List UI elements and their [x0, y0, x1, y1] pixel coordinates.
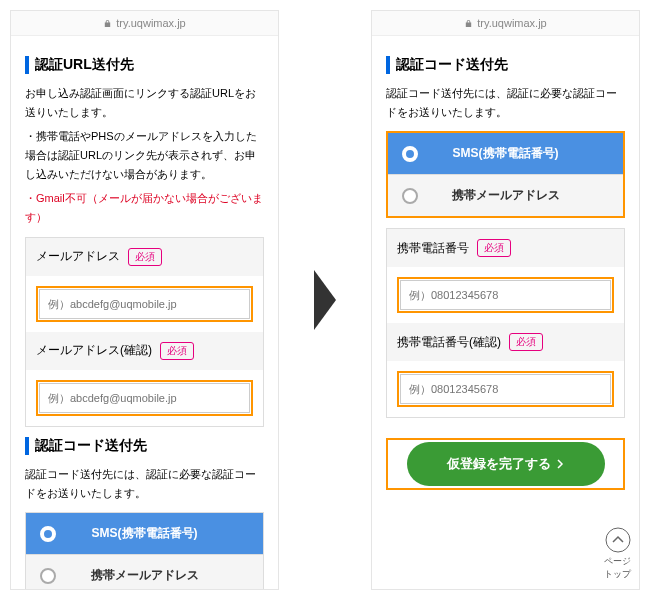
email-field-group: メールアドレス必須 メールアドレス(確認)必須	[25, 237, 264, 427]
phone-field-group: 携帯電話番号必須 携帯電話番号(確認)必須	[386, 228, 625, 418]
svg-point-0	[606, 528, 630, 552]
phone-input[interactable]	[400, 280, 611, 310]
radio-circle-icon	[40, 526, 56, 542]
description-text: 認証コード送付先には、認証に必要な認証コードをお送りいたします。	[386, 84, 625, 121]
email-label: メールアドレス	[36, 248, 120, 265]
delivery-radio-group: SMS(携帯電話番号) 携帯メールアドレス	[386, 131, 625, 218]
radio-circle-icon	[40, 568, 56, 584]
description-text: ・携帯電話やPHSのメールアドレスを入力した場合は認証URLのリンク先が表示され…	[25, 127, 264, 183]
highlight-box: 仮登録を完了する	[386, 438, 625, 490]
chevron-up-circle-icon	[605, 527, 631, 553]
section-title-auth-code: 認証コード送付先	[25, 437, 264, 455]
section-title-auth-url: 認証URL送付先	[25, 56, 264, 74]
phone-confirm-label: 携帯電話番号(確認)	[397, 334, 501, 351]
radio-circle-icon	[402, 188, 418, 204]
highlight-box	[397, 277, 614, 313]
screen-right: try.uqwimax.jp 認証コード送付先 認証コード送付先には、認証に必要…	[371, 10, 640, 590]
section-title-auth-code: 認証コード送付先	[386, 56, 625, 74]
phone-confirm-input[interactable]	[400, 374, 611, 404]
required-badge: 必須	[160, 342, 194, 360]
email-confirm-label: メールアドレス(確認)	[36, 342, 152, 359]
phone-label: 携帯電話番号	[397, 240, 469, 257]
warning-text: ・Gmail不可（メールが届かない場合がございます）	[25, 189, 264, 226]
radio-option-mail[interactable]: 携帯メールアドレス	[26, 555, 263, 590]
highlight-box	[36, 286, 253, 322]
description-text: お申し込み認証画面にリンクする認証URLをお送りいたします。	[25, 84, 264, 121]
two-screen-diagram: try.uqwimax.jp 認証URL送付先 お申し込み認証画面にリンクする認…	[0, 0, 650, 600]
url-text: try.uqwimax.jp	[477, 17, 546, 29]
radio-circle-icon	[402, 146, 418, 162]
email-confirm-input[interactable]	[39, 383, 250, 413]
highlight-box	[36, 380, 253, 416]
required-badge: 必須	[509, 333, 543, 351]
url-bar: try.uqwimax.jp	[372, 11, 639, 36]
lock-icon	[103, 19, 112, 28]
radio-option-mail[interactable]: 携帯メールアドレス	[388, 175, 623, 216]
highlight-box	[397, 371, 614, 407]
screen-left: try.uqwimax.jp 認証URL送付先 お申し込み認証画面にリンクする認…	[10, 10, 279, 590]
submit-button[interactable]: 仮登録を完了する	[407, 442, 605, 486]
chevron-right-icon	[557, 459, 565, 469]
url-text: try.uqwimax.jp	[116, 17, 185, 29]
required-badge: 必須	[477, 239, 511, 257]
arrow-between-icon	[314, 270, 336, 330]
required-badge: 必須	[128, 248, 162, 266]
radio-option-sms[interactable]: SMS(携帯電話番号)	[26, 513, 263, 554]
email-input[interactable]	[39, 289, 250, 319]
lock-icon	[464, 19, 473, 28]
url-bar: try.uqwimax.jp	[11, 11, 278, 36]
delivery-radio-group: SMS(携帯電話番号) 携帯メールアドレス	[25, 512, 264, 590]
page-top-button[interactable]: ページ トップ	[604, 527, 631, 581]
radio-option-sms[interactable]: SMS(携帯電話番号)	[388, 133, 623, 174]
description-text: 認証コード送付先には、認証に必要な認証コードをお送りいたします。	[25, 465, 264, 502]
